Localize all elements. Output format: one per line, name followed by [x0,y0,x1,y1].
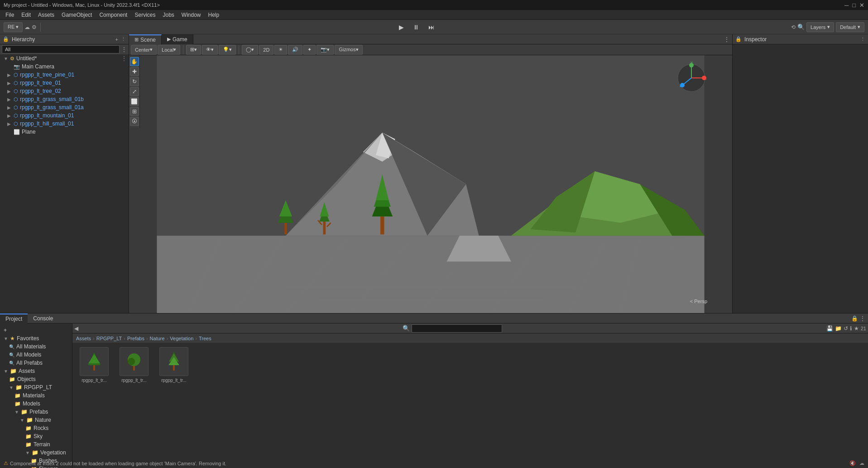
breadcrumb-trees[interactable]: Trees [199,336,211,341]
asset-item-3[interactable]: rpgpp_lt_tr... [156,347,192,468]
status-icon-1[interactable]: 🔇 [849,460,856,466]
all-materials-item[interactable]: 🔍 All Materials [0,343,72,351]
hierarchy-options-btn[interactable]: ⋮ [121,46,127,53]
hierarchy-lock-icon[interactable]: 🔒 [3,36,9,42]
materials-item[interactable]: 📁 Materials [0,391,72,400]
asset-item-1[interactable]: rpgpp_lt_tr... [76,347,112,468]
asset-item-2[interactable]: rpgpp_lt_tr... [116,347,152,468]
minimize-button[interactable]: ─ [844,2,849,9]
all-prefabs-item[interactable]: 🔍 All Prefabs [0,359,72,367]
menu-gameobject[interactable]: GameObject [58,10,96,19]
star-filter-icon[interactable]: ★ [854,325,859,332]
menu-help[interactable]: Help [205,10,223,19]
menu-bar: File Edit Assets GameObject Component Se… [0,10,868,20]
save-icon[interactable]: 💾 [826,325,833,332]
project-add-btn[interactable]: + [0,326,72,334]
menu-edit[interactable]: Edit [18,10,34,19]
window-controls[interactable]: ─ □ ✕ [844,2,864,9]
project-search-input[interactable] [412,324,502,333]
fx-btn[interactable]: ✦ [303,45,316,55]
tab-game[interactable]: ▶ Game [162,34,193,44]
nature-item[interactable]: ▼ 📁 Nature [0,416,72,424]
shading-btn[interactable]: ◯▾ [242,45,258,55]
all-models-item[interactable]: 🔍 All Models [0,351,72,359]
history-icon[interactable]: ⟲ [791,24,796,30]
hierarchy-header: 🔒 Hierarchy + ⋮ [0,34,129,44]
menu-jobs[interactable]: Jobs [159,10,177,19]
project-search-icon[interactable]: 🔍 [403,325,410,332]
hierarchy-item-tree-pine[interactable]: ▶ ⬡ rpgpp_lt_tree_pine_01 [0,71,129,79]
twod-btn[interactable]: 2D [259,45,273,55]
maximize-button[interactable]: □ [852,2,856,9]
models-item[interactable]: 📁 Models [0,400,72,408]
untitled-menu[interactable]: ⋮ [121,55,127,62]
play-button[interactable]: ▶ [396,23,407,32]
light2-btn[interactable]: ☀ [274,45,287,55]
hierarchy-item-grass-01b[interactable]: ▶ ⬡ rpgpp_lt_grass_small_01b [0,95,129,103]
center-dropdown[interactable]: Center ▾ [131,45,157,55]
default-arrow: ▾ [858,24,860,30]
refresh-icon[interactable]: ↺ [844,325,848,332]
tab-project[interactable]: Project [0,314,28,323]
settings-icon[interactable]: ⚙ [32,24,37,30]
hierarchy-item-mountain[interactable]: ▶ ⬡ rpgpp_lt_mountain_01 [0,111,129,120]
hierarchy-item-plane[interactable]: ⬜ Plane [0,128,129,136]
vis-btn[interactable]: 👁▾ [202,45,218,55]
scene-options-btn[interactable]: ⋮ [724,36,729,43]
terrain-item[interactable]: 📁 Terrain [0,440,72,449]
assets-section[interactable]: ▼ 📁 Assets [0,367,72,375]
bottom-lock-icon[interactable]: 🔒 [851,315,858,322]
info-icon[interactable]: ℹ [850,325,852,332]
hierarchy-item-grass-01a[interactable]: ▶ ⬡ rpgpp_lt_grass_small_01a [0,103,129,111]
status-icon-2[interactable]: ☁ [859,460,864,466]
menu-assets[interactable]: Assets [34,10,58,19]
pause-button[interactable]: ⏸ [410,23,422,32]
audio-btn[interactable]: 🔊 [288,45,302,55]
account-dropdown[interactable]: RE ▾ [4,22,23,32]
hierarchy-item-untitled[interactable]: ▼ ⚙ Untitled* ⋮ [0,54,129,63]
breadcrumb-prefabs[interactable]: Prefabs [127,336,144,341]
inspector-lock-icon[interactable]: 🔒 [735,36,742,42]
cam-btn[interactable]: 📷▾ [317,45,334,55]
hierarchy-item-main-camera[interactable]: 📷 Main Camera [0,63,129,71]
inspector-menu-btn[interactable]: ⋮ [860,36,865,42]
gizmos-btn[interactable]: Gizmos▾ [335,45,362,55]
prefabs-item[interactable]: ▼ 📁 Prefabs [0,408,72,416]
breadcrumb-assets[interactable]: Assets [76,336,91,341]
grid-btn[interactable]: ⊞▾ [186,45,201,55]
menu-services[interactable]: Services [131,10,159,19]
breadcrumb-nature[interactable]: Nature [150,336,165,341]
default-dropdown[interactable]: Default ▾ [836,22,864,32]
rpgpp-lt-item[interactable]: ▼ 📁 RPGPP_LT [0,383,72,391]
light-btn[interactable]: 💡▾ [219,45,236,55]
layers-dropdown[interactable]: Layers ▾ [806,22,834,32]
tab-console[interactable]: Console [28,314,58,323]
breadcrumb-rpgpp[interactable]: RPGPP_LT [96,336,122,341]
collapse-left-btn[interactable]: ◀ [74,325,78,332]
menu-file[interactable]: File [2,10,18,19]
rocks-item[interactable]: 📁 Rocks [0,424,72,432]
menu-component[interactable]: Component [96,10,131,19]
hierarchy-item-tree-01[interactable]: ▶ ⬡ rpgpp_lt_tree_01 [0,79,129,87]
cloud-icon[interactable]: ☁ [24,24,30,30]
close-button[interactable]: ✕ [859,2,864,9]
hierarchy-add-btn[interactable]: + [115,37,118,42]
vegetation-item[interactable]: ▼ 📁 Vegetation [0,449,72,457]
breadcrumb-vegetation[interactable]: Vegetation [170,336,193,341]
hierarchy-search-input[interactable] [2,45,120,53]
scene-3d-view[interactable]: Y X Z < Persp [129,55,732,313]
tab-scene[interactable]: ⊞ Scene [129,34,162,44]
hierarchy-item-tree-02[interactable]: ▶ ⬡ rpgpp_lt_tree_02 [0,87,129,95]
local-dropdown[interactable]: Local ▾ [158,45,180,55]
search-icon[interactable]: 🔍 [797,24,805,30]
bottom-menu-btn[interactable]: ⋮ [860,315,865,322]
objects-item[interactable]: 📁 Objects [0,375,72,383]
menu-window[interactable]: Window [178,10,205,19]
folder-nav-icon[interactable]: 📁 [835,325,842,332]
hierarchy-menu-btn[interactable]: ⋮ [121,36,126,42]
favorites-section[interactable]: ▼ ★ Favorites [0,334,72,343]
console-tab-label: Console [33,315,53,322]
sky-item[interactable]: 📁 Sky [0,432,72,440]
hierarchy-item-hill[interactable]: ▶ ⬡ rpgpp_lt_hill_small_01 [0,120,129,128]
step-button[interactable]: ⏭ [426,23,437,32]
